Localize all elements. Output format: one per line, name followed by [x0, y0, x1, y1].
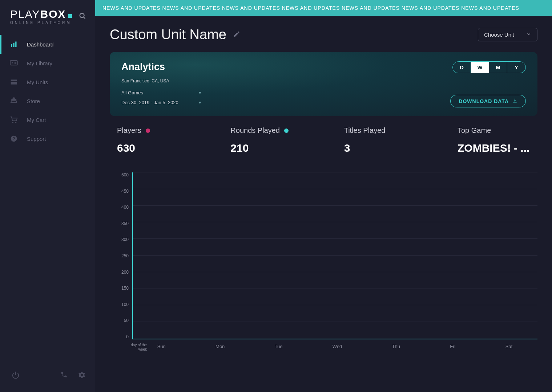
sidebar-item-label: Dashboard [27, 41, 53, 48]
search-icon[interactable] [78, 12, 86, 21]
x-tick: Thu [392, 344, 400, 349]
svg-rect-3 [13, 43, 14, 47]
x-tick: Sat [505, 344, 513, 349]
logo-tagline: Online Platform [10, 21, 72, 25]
period-option-w[interactable]: W [471, 62, 489, 73]
svg-rect-8 [15, 63, 16, 64]
sidebar-item-store[interactable]: Store [0, 91, 95, 110]
x-tick: Mon [215, 344, 225, 349]
units-icon [9, 78, 19, 86]
stat-value: ZOMBIES! - ... [458, 142, 530, 154]
y-tick: 150 [121, 286, 129, 291]
logo-bold: BOX [40, 8, 66, 20]
sidebar-item-label: Store [27, 98, 40, 104]
download-button[interactable]: DOWNLOAD DATA [450, 95, 526, 107]
store-icon [9, 97, 19, 105]
y-tick: 250 [121, 253, 129, 258]
bars-row [133, 172, 537, 339]
stat-value: 3 [344, 142, 417, 154]
phone-icon[interactable] [59, 369, 69, 382]
analytics-location: San Francisco, CA, USA [121, 78, 201, 83]
y-tick: 50 [124, 318, 129, 323]
sidebar-item-label: My Cart [27, 117, 46, 123]
svg-rect-10 [11, 82, 17, 85]
sidebar-header: PLAYBOX Online Platform [0, 0, 95, 31]
news-bar: NEWS AND UPDATES NEWS AND UPDATES NEWS A… [95, 0, 552, 16]
dot-icon [146, 128, 150, 133]
stat-value: 210 [230, 142, 303, 154]
svg-line-1 [84, 17, 85, 19]
library-icon [9, 59, 19, 67]
dashboard-icon [9, 40, 19, 48]
sidebar-item-my-library[interactable]: My Library [0, 54, 95, 73]
period-toggle: DWMY [452, 61, 526, 73]
caret-down-icon: ▾ [199, 90, 201, 95]
sidebar-item-label: My Library [27, 60, 52, 66]
cart-icon [9, 116, 19, 124]
svg-point-6 [12, 62, 13, 64]
analytics-card: Analytics San Francisco, CA, USA All Gam… [110, 52, 537, 116]
unit-select[interactable]: Choose Unit [478, 28, 537, 41]
x-tick: Wed [333, 344, 342, 349]
stat-titles: Titles Played 3 [344, 126, 417, 154]
unit-select-label: Choose Unit [484, 32, 514, 38]
stat-label: Rounds Played [230, 126, 280, 135]
sidebar: PLAYBOX Online Platform DashboardMy Libr… [0, 0, 95, 392]
sidebar-item-my-units[interactable]: My Units [0, 73, 95, 91]
page-title: Custom Unit Name [110, 27, 226, 42]
svg-rect-7 [15, 62, 16, 62]
stat-label: Players [117, 126, 141, 135]
stat-value: 630 [117, 142, 190, 154]
y-tick: 500 [121, 172, 129, 177]
stat-rounds: Rounds Played 210 [230, 126, 303, 154]
y-tick: 300 [121, 237, 129, 242]
svg-point-12 [15, 122, 16, 123]
sidebar-item-dashboard[interactable]: Dashboard [0, 35, 95, 54]
svg-rect-9 [11, 79, 17, 81]
x-tick: Tue [275, 344, 283, 349]
stat-label: Titles Played [344, 126, 386, 135]
power-icon[interactable] [10, 369, 21, 382]
chart-y-axis: 500450400350300250200150100500 [117, 172, 132, 339]
svg-rect-2 [11, 44, 12, 47]
caret-down-icon: ▾ [199, 100, 201, 105]
y-tick: 200 [121, 270, 129, 275]
download-icon [512, 98, 517, 104]
svg-rect-5 [10, 61, 17, 65]
chart-area: 500450400350300250200150100500 day of th… [110, 172, 537, 349]
period-option-d[interactable]: D [453, 62, 471, 73]
y-tick: 450 [121, 189, 129, 194]
stat-label: Top Game [458, 126, 491, 135]
period-option-m[interactable]: M [489, 62, 507, 73]
pencil-icon[interactable] [233, 30, 240, 39]
gear-icon[interactable] [76, 369, 87, 382]
chevron-down-icon [526, 32, 531, 38]
sidebar-item-my-cart[interactable]: My Cart [0, 110, 95, 129]
stat-players: Players 630 [117, 126, 190, 154]
logo[interactable]: PLAYBOX Online Platform [10, 9, 72, 25]
stats-row: Players 630 Rounds Played 210 Titles Pla… [110, 116, 537, 158]
y-tick: 0 [126, 334, 129, 339]
x-tick: Sun [157, 344, 166, 349]
stat-top-game: Top Game ZOMBIES! - ... [458, 126, 530, 154]
chart-x-label: day of the week [125, 343, 147, 352]
sidebar-item-label: My Units [27, 79, 48, 85]
chart-x-axis: SunMonTueWedThuFriSat [117, 344, 537, 349]
y-tick: 350 [121, 221, 129, 226]
sidebar-item-label: Support [27, 136, 46, 142]
games-filter-label: All Games [121, 90, 143, 95]
support-icon: ? [9, 135, 19, 143]
logo-light: PLAY [10, 8, 40, 20]
period-option-y[interactable]: Y [507, 62, 525, 73]
chart-plot: day of the week [132, 172, 537, 339]
date-range-dropdown[interactable]: Dec 30, 2019 - Jan 5, 2020 ▾ [121, 98, 201, 107]
sidebar-item-support[interactable]: ?Support [0, 129, 95, 148]
games-filter-dropdown[interactable]: All Games ▾ [121, 88, 201, 98]
svg-text:?: ? [12, 136, 15, 141]
download-label: DOWNLOAD DATA [459, 98, 509, 104]
title-row: Custom Unit Name Choose Unit [110, 27, 537, 42]
nav-list: DashboardMy LibraryMy UnitsStoreMy Cart?… [0, 35, 95, 148]
main: NEWS AND UPDATES NEWS AND UPDATES NEWS A… [95, 0, 552, 392]
content: Custom Unit Name Choose Unit Analytics S… [95, 16, 552, 392]
svg-point-11 [12, 122, 13, 123]
